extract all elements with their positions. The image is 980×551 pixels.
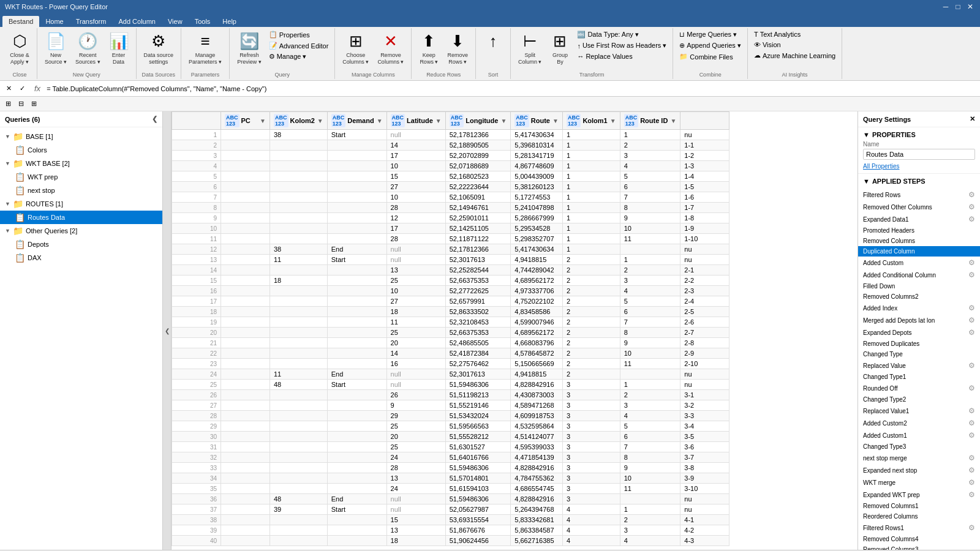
step-gear-merged-add-depots[interactable]: ⚙ [968,316,975,324]
query-item-dax[interactable]: 📋 DAX [0,251,162,264]
col-header-kolom1[interactable]: ABC123 Kolom1 ▼ [562,112,620,130]
applied-step-removed-columns[interactable]: Removed Columns [858,236,980,246]
table-row[interactable]: 41052,071886894,867748609141-3 [172,161,729,171]
tab-transform[interactable]: Transform [70,16,113,27]
replace-values-button[interactable]: ↔ Replace Values [575,51,669,61]
table-row[interactable]: 51552,168025235,004439009151-4 [172,171,729,182]
table-row[interactable]: 31752,207028995,281341719131-2 [172,151,729,161]
table-row[interactable]: 322451,640167664,471854139383-7 [172,452,729,463]
toolbar-btn-1[interactable]: ⊞ [2,98,14,110]
col-header-kolom2[interactable]: ABC123 Kolom2 ▼ [270,112,328,130]
applied-step-added-custom2[interactable]: Added Custom2⚙ [858,417,980,429]
applied-step-changed-type1[interactable]: Changed Type1 [858,372,980,382]
query-group-wkt-base-header[interactable]: ▼ 📁 WKT BASE [2] [0,157,162,170]
applied-step-duplicated-column[interactable]: Duplicated Column [858,246,980,257]
table-row[interactable]: 221452,418723844,5786458722102-9 [172,348,729,359]
kolom1-filter-icon[interactable]: ▼ [610,118,616,124]
table-row[interactable]: 352451,615941034,6865547453113-10 [172,484,729,494]
table-row[interactable]: 231652,275764625,1506656692112-10 [172,359,729,369]
tab-home[interactable]: Home [39,16,69,27]
table-row[interactable]: 1238Endnull52,178123665,4174306341nu [172,244,729,255]
applied-step-replaced-value[interactable]: Replaced Value⚙ [858,359,980,372]
table-row[interactable]: 292551,595665634,532595864353-4 [172,421,729,432]
table-row[interactable]: 312551,63015274,595399033373-6 [172,442,729,452]
query-item-depots[interactable]: 📋 Depots [0,238,162,251]
new-source-button[interactable]: 📄 NewSource ▾ [41,29,70,68]
tab-help[interactable]: Help [216,16,243,27]
step-gear-added-index[interactable]: ⚙ [968,304,975,312]
applied-step-expanded-depots[interactable]: Expanded Depots⚙ [858,326,980,339]
table-row[interactable]: 2411Endnull52,30176134,94188152nu [172,369,729,380]
minimize-button[interactable]: ─ [941,2,951,12]
applied-step-removed-columns2[interactable]: Removed Columns2 [858,291,980,302]
step-gear-added-custom1[interactable]: ⚙ [968,431,975,440]
col-header-demand[interactable]: ABC123 Demand ▼ [327,112,386,130]
applied-step-changed-type3[interactable]: Changed Type3 [858,441,980,452]
applied-step-removed-columns3[interactable]: Removed Columns3 [858,544,980,550]
query-item-wkt-prep[interactable]: 📋 WKT prep [0,170,162,184]
remove-columns-button[interactable]: ✕ RemoveColumns ▾ [374,29,407,68]
use-first-row-button[interactable]: ↑ Use First Row as Headers ▾ [575,40,669,51]
formula-bar-input[interactable] [47,85,978,92]
step-gear-expanded-next-stop[interactable]: ⚙ [968,466,975,474]
table-row[interactable]: 391351,86766765,863384587434-2 [172,525,729,536]
applied-step-merged-add-depots[interactable]: Merged add Depots lat lon⚙ [858,314,980,326]
table-row[interactable]: 91252,259010115,286667999191-8 [172,213,729,223]
col-header-pc[interactable]: ABC123 PC ▼ [221,112,270,130]
combine-files-button[interactable]: 📁 Combine Files [677,51,744,62]
routeid-filter-icon[interactable]: ▼ [670,118,676,124]
azure-ml-button[interactable]: ☁ Azure Machine Learning [752,50,838,61]
table-row[interactable]: 3648Endnull51,594863064,8288429163nu [172,494,729,504]
table-row[interactable]: 262651,511982134,430873003323-1 [172,390,729,400]
recent-sources-button[interactable]: 🕐 RecentSources ▾ [72,29,104,68]
table-row[interactable]: 21452,188905055,396810314121-1 [172,140,729,151]
step-gear-replaced-value1[interactable]: ⚙ [968,407,975,415]
applied-step-removed-duplicates[interactable]: Removed Duplicates [858,339,980,349]
tab-tools[interactable]: Tools [189,16,217,27]
data-type-button[interactable]: 🔤 Data Type: Any ▾ [575,29,669,40]
applied-step-expanded-next-stop[interactable]: Expanded next stop⚙ [858,464,980,476]
step-gear-rounded-off[interactable]: ⚙ [968,384,975,392]
formula-confirm-button[interactable]: ✓ [16,83,28,95]
table-row[interactable]: 3739Startnull52,056279875,26439476841nu [172,504,729,515]
route-filter-icon[interactable]: ▼ [552,118,559,124]
refresh-preview-button[interactable]: 🔄 RefreshPreview ▾ [233,29,265,68]
col-header-latitude[interactable]: ABC123 Latitude ▼ [386,112,445,130]
table-row[interactable]: 191152,321084534,599007946272-6 [172,317,729,328]
table-row[interactable]: 15182552,663753534,689562172232-2 [172,276,729,286]
group-by-button[interactable]: ⊞ GroupBy [546,29,573,68]
applied-step-filled-down[interactable]: Filled Down [858,281,980,291]
demand-filter-icon[interactable]: ▼ [377,118,383,124]
step-gear-filtered-rows1[interactable]: ⚙ [968,523,975,532]
table-row[interactable]: 161052,277226254,973337706242-3 [172,286,729,296]
col-header-route-id[interactable]: ABC123 Route ID ▼ [620,112,680,130]
tab-bestand[interactable]: Bestand [2,16,39,27]
tab-add-column[interactable]: Add Column [112,16,162,27]
table-row[interactable]: 2548Startnull51,594863064,82884291631nu [172,380,729,390]
table-row[interactable]: 71052,10650915,17274553171-6 [172,192,729,203]
step-gear-added-conditional-column[interactable]: ⚙ [968,271,975,279]
table-row[interactable]: 27951,552191464,589471268333-2 [172,400,729,411]
applied-step-replaced-value1[interactable]: Replaced Value1⚙ [858,405,980,417]
close-button[interactable]: ✕ [965,2,975,12]
latitude-filter-icon[interactable]: ▼ [435,118,442,124]
text-analytics-button[interactable]: T Text Analytics [752,29,838,39]
col-header-longitude[interactable]: ABC123 Longitude ▼ [445,112,511,130]
applied-step-changed-type2[interactable]: Changed Type2 [858,394,980,405]
applied-step-expanded-wkt-prep[interactable]: Expanded WKT prep⚙ [858,489,980,501]
tab-view[interactable]: View [162,16,189,27]
applied-step-next-stop-merge[interactable]: next stop merge⚙ [858,452,980,464]
manage-parameters-button[interactable]: ≡ ManageParameters ▾ [185,29,225,68]
advanced-editor-button[interactable]: 📝 Advanced Editor [266,40,331,51]
query-item-colors[interactable]: 📋 Colors [0,143,162,157]
query-group-routes-header[interactable]: ▼ 📁 ROUTES [1] [0,197,162,211]
data-grid-wrapper[interactable]: ABC123 PC ▼ ABC123 Kolom2 [172,111,858,550]
applied-step-expanded-data1[interactable]: Expanded Data1⚙ [858,213,980,225]
table-row[interactable]: 332851,594863064,828842916393-8 [172,463,729,473]
longitude-filter-icon[interactable]: ▼ [500,118,507,124]
toolbar-btn-2[interactable]: ⊟ [15,98,27,110]
table-row[interactable]: 212052,486855054,668083796292-8 [172,338,729,348]
queries-collapse-icon[interactable]: ❮ [152,115,157,123]
table-row[interactable]: 381553,693155545,833342681424-1 [172,515,729,525]
table-row[interactable]: 181852,863335024,83458586262-5 [172,307,729,317]
